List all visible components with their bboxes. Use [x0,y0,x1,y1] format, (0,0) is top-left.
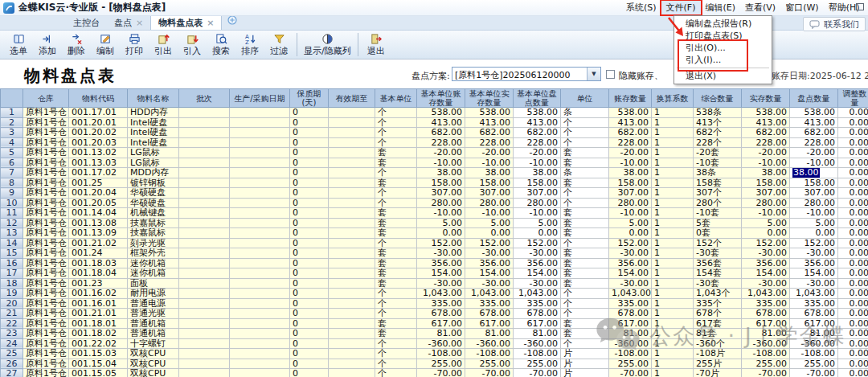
cell[interactable]: 0 [290,168,329,178]
cell[interactable]: 0.00 [838,208,868,219]
cell[interactable]: 0.00 [417,228,465,239]
cell[interactable]: 38条 [694,168,742,178]
cell[interactable] [179,117,230,128]
cell[interactable]: 套 [561,258,609,268]
cell[interactable]: 307.00 [465,188,514,199]
cell[interactable]: 1 [652,349,694,359]
cell[interactable]: Intel硬盘 [128,117,179,128]
cell[interactable]: -360.00 [742,338,790,349]
cell[interactable]: 个 [375,188,417,199]
cell[interactable]: 1,043.00 [514,289,561,299]
cell[interactable]: 原料1号仓 [23,178,69,188]
cell[interactable]: 0 [290,208,329,219]
hide-balance-checkbox[interactable] [606,70,615,79]
cell[interactable] [230,188,290,199]
cell[interactable]: 0 [290,278,329,289]
cell[interactable]: 0.00 [838,248,868,259]
cell[interactable]: 套 [375,329,417,339]
cell[interactable] [230,168,290,178]
cell[interactable]: 0.00 [838,268,868,279]
cell[interactable]: 152.00 [742,238,790,248]
cell[interactable]: 617.00 [742,318,790,329]
cell[interactable]: 0.00 [838,117,868,128]
cell[interactable]: 1 [652,168,694,178]
cell[interactable]: 413.00 [609,117,652,128]
cell[interactable]: LG鼠标 [128,158,179,168]
cell[interactable]: 套 [561,278,609,289]
cell[interactable] [179,148,230,158]
cell[interactable]: 255.00 [514,359,561,369]
cell[interactable]: 机械键盘 [128,208,179,219]
row-number[interactable]: 10 [1,198,23,208]
menu-item-compile-count-report[interactable]: 编制盘点报告(R) [674,18,772,30]
cell[interactable]: 0.00 [790,228,838,239]
cell[interactable]: 001.18.04 [69,268,128,279]
cell[interactable]: 0.00 [465,228,514,239]
cell[interactable]: 套 [375,278,417,289]
row-number[interactable]: 23 [1,329,23,339]
cell[interactable] [329,349,375,359]
cell[interactable]: 538.00 [514,108,561,118]
show-hide-columns-button[interactable]: 显示/隐藏列 [301,32,354,57]
cell[interactable] [329,268,375,279]
cell[interactable]: 1 [652,108,694,118]
cell[interactable]: 678.00 [417,309,465,319]
cell[interactable]: 个 [375,137,417,148]
cell[interactable]: 框架外壳 [128,248,179,259]
cell[interactable]: -30.00 [514,278,561,289]
close-icon[interactable]: × [207,19,214,27]
cell[interactable]: 280.00 [742,198,790,208]
cell[interactable]: 个 [375,298,417,309]
cell[interactable]: -30.00 [790,248,838,259]
cell[interactable] [179,318,230,329]
cell[interactable] [179,198,230,208]
cell[interactable]: 0 [290,148,329,158]
cell[interactable]: 0.00 [838,148,868,158]
cell[interactable]: 套 [561,228,609,239]
cell[interactable]: 1 [652,309,694,319]
cell[interactable]: 0 [290,158,329,168]
cell[interactable]: 1 [652,318,694,329]
cell[interactable]: -20.00 [609,148,652,158]
row-number[interactable]: 16 [1,258,23,268]
cell[interactable]: 1 [652,329,694,339]
cell[interactable]: 001.14.04 [69,208,128,219]
search-button[interactable]: 搜索 [207,32,235,57]
cell[interactable] [230,338,290,349]
cell[interactable] [329,128,375,138]
cell[interactable] [230,228,290,239]
column-header[interactable]: 单位 [561,89,609,108]
column-header[interactable]: 调整数量 [838,89,868,108]
cell[interactable]: 280.00 [465,198,514,208]
cell[interactable]: 255.00 [609,359,652,369]
cell[interactable]: 套 [375,178,417,188]
cell[interactable]: 356.00 [790,258,838,268]
cell[interactable]: 0 [290,238,329,248]
cell[interactable]: -360.00 [790,338,838,349]
cell[interactable] [329,258,375,268]
cell[interactable]: 154套 [694,268,742,279]
cell[interactable]: 001.20.01 [69,117,128,128]
cell[interactable]: 678.00 [514,309,561,319]
cell[interactable]: -70.00 [465,369,514,377]
cell[interactable]: -70片 [694,369,742,377]
cell[interactable] [230,238,290,248]
column-header[interactable]: 实存数量 [742,89,790,108]
cell[interactable]: 套 [561,148,609,158]
cell[interactable]: 001.20.04 [69,188,128,199]
cell[interactable]: 682.00 [609,128,652,138]
cell[interactable]: 1 [652,268,694,279]
cell[interactable]: 356.00 [465,258,514,268]
cell[interactable]: 158.00 [417,178,465,188]
cell[interactable]: 307.00 [742,188,790,199]
column-header[interactable]: 换算系数 [652,89,694,108]
cell[interactable]: 158.00 [514,178,561,188]
cell[interactable]: 001.15.03 [69,349,128,359]
row-number[interactable]: 13 [1,228,23,239]
cell[interactable]: 个 [561,289,609,299]
cell[interactable]: -10.00 [790,158,838,168]
cell[interactable] [179,128,230,138]
cell[interactable] [329,158,375,168]
cell[interactable]: 682.00 [742,128,790,138]
cell[interactable]: -108.00 [417,349,465,359]
